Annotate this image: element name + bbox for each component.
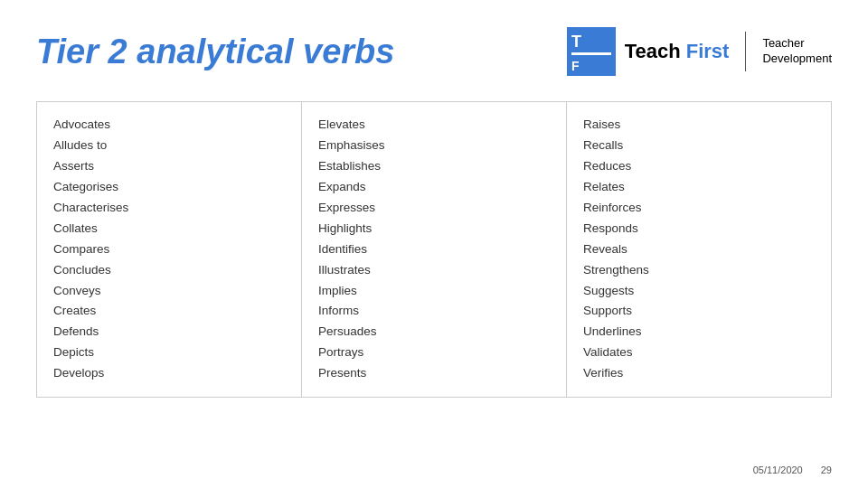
verb-item: Establishes [318,156,550,177]
page: Tier 2 analytical verbs T F Teach First … [0,0,868,488]
footer-date: 05/11/2020 [753,465,803,475]
teach-first-icon: T F [567,27,616,76]
verb-item: Underlines [583,322,815,343]
verb-item: Highlights [318,219,550,239]
logo-first: First [686,41,730,62]
verb-item: Validates [583,343,815,363]
verb-item: Relates [583,177,815,198]
column-3: RaisesRecallsReducesRelatesReinforcesRes… [567,102,831,397]
verb-item: Defends [53,322,285,343]
svg-text:F: F [571,59,580,73]
verb-item: Reveals [583,239,815,260]
table-row: AdvocatesAlludes toAssertsCategorisesCha… [37,102,831,397]
verb-item: Advocates [53,115,285,136]
verb-item: Reinforces [583,198,815,219]
verb-item: Suggests [583,281,815,302]
verb-item: Elevates [318,115,550,136]
footer-page: 29 [821,465,832,475]
verb-item: Categorises [53,177,285,198]
verb-item: Emphasises [318,136,550,156]
logo-teach: Teach [625,41,681,62]
verb-item: Collates [53,219,285,239]
column-2: ElevatesEmphasisesEstablishesExpandsExpr… [302,102,567,397]
verb-item: Responds [583,219,815,239]
verb-item: Concludes [53,260,285,281]
verb-item: Strengthens [583,260,815,281]
verb-item: Compares [53,239,285,260]
verb-item: Illustrates [318,260,550,281]
verb-item: Identifies [318,239,550,260]
verb-item: Asserts [53,156,285,177]
logo-text: Teach First [625,41,730,62]
verb-item: Informs [318,301,550,322]
verb-item: Supports [583,301,815,322]
verb-item: Persuades [318,322,550,343]
verb-item: Presents [318,363,550,384]
verb-item: Raises [583,115,815,136]
verb-item: Creates [53,301,285,322]
verb-item: Portrays [318,343,550,363]
verb-item: Recalls [583,136,815,156]
logo-teacher-development: Teacher Development [762,36,832,67]
verb-item: Expands [318,177,550,198]
footer: 05/11/2020 29 [753,465,832,475]
column-1: AdvocatesAlludes toAssertsCategorisesCha… [37,102,302,397]
verb-item: Develops [53,363,285,384]
verb-item: Conveys [53,281,285,302]
svg-text:T: T [571,33,581,51]
logo-area: T F Teach First Teacher Development [567,27,832,76]
verb-item: Alludes to [53,136,285,156]
verbs-table: AdvocatesAlludes toAssertsCategorisesCha… [36,101,832,398]
logo-divider [745,32,746,71]
page-title: Tier 2 analytical verbs [36,33,394,71]
verb-item: Reduces [583,156,815,177]
verb-item: Depicts [53,343,285,363]
verb-item: Characterises [53,198,285,219]
logo-teacher: Teacher [762,36,832,52]
verb-item: Expresses [318,198,550,219]
verb-item: Verifies [583,363,815,384]
logo-development: Development [762,52,832,67]
header: Tier 2 analytical verbs T F Teach First … [36,27,832,76]
verb-item: Implies [318,281,550,302]
svg-rect-2 [571,52,611,55]
